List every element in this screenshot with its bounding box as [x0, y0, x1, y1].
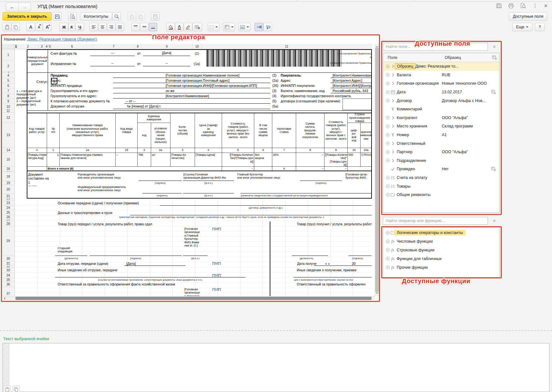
grid-cell[interactable]: (подпись) — [300, 182, 342, 185]
row-header[interactable]: 6 — [2, 83, 15, 89]
field-row[interactable]: КонтрагентООО "Альфа" — [383, 114, 499, 122]
save-close-button[interactable]: Записать и закрыть — [3, 12, 52, 21]
grid-cell[interactable]: (2) — [272, 73, 279, 78]
add-field-icon[interactable] — [385, 124, 390, 128]
grid-cell[interactable]: № [Номер] от [Дата] г. — [127, 104, 204, 108]
grid-cell[interactable]: [Головная организация.ИНН]/[Головная орг… — [165, 84, 270, 88]
chevron-icon[interactable] — [390, 150, 395, 154]
vertical-scrollbar[interactable] — [375, 44, 379, 296]
row-header[interactable]: 13 — [2, 123, 15, 148]
grid-cell[interactable]: Универсальный передаточный документ — [27, 50, 47, 72]
grid-cell[interactable]: Грузополучатель и его адрес: — [50, 94, 111, 98]
grid-cell[interactable]: [[Товары.Количес тво]*[Товары.Цен а]] — [222, 153, 254, 167]
preview-button[interactable] — [68, 12, 77, 21]
grid-cell[interactable]: (5) — [272, 99, 279, 103]
row-header[interactable]: 16 — [2, 166, 15, 171]
grid-cell[interactable]: Российский рубль, 643 — [332, 89, 372, 93]
grid-cell[interactable]: -- — [90, 61, 135, 66]
grid-cell[interactable]: о — [286, 56, 372, 59]
grid-cell[interactable] — [160, 201, 372, 206]
grid-cell[interactable]: 3 — [170, 148, 195, 153]
grid-cell[interactable]: (договор; доверенность и др.) — [160, 206, 372, 210]
grid-cell[interactable]: (подпись) — [90, 257, 182, 260]
headers-footers-button[interactable]: Колонтитулы — [80, 12, 112, 21]
grid-cell[interactable] — [343, 98, 372, 110]
grid-cell[interactable]: 4 — [195, 148, 222, 153]
valign-center-button[interactable] — [140, 23, 149, 31]
picture-dropdown[interactable] — [238, 23, 250, 31]
grid-cell[interactable]: (подпись) — [139, 182, 182, 185]
row-header[interactable]: 2 — [2, 61, 15, 72]
row-header[interactable]: 14 — [2, 148, 15, 153]
field-column-header[interactable]: Поле — [383, 55, 442, 60]
column-header[interactable]: 8 — [135, 44, 141, 49]
grid-cell[interactable]: Валюта: наименование, код — [280, 89, 331, 93]
column-header[interactable]: 9 — [141, 44, 193, 49]
grid-cell[interactable]: Счет-фактура № — [50, 51, 86, 56]
add-function-icon[interactable] — [385, 265, 390, 269]
grid-cell[interactable] — [142, 185, 182, 193]
font-smaller-button[interactable]: А — [35, 23, 43, 31]
row-header[interactable]: 26 — [2, 215, 15, 219]
function-row[interactable]: fxСтроковые функции — [383, 246, 499, 255]
paste-format-button[interactable] — [136, 12, 145, 21]
help-button[interactable]: ? — [535, 23, 545, 31]
horizontal-scrollbar[interactable] — [2, 296, 375, 300]
field-row[interactable]: Дата13.02.2017 — [383, 88, 499, 97]
back-button[interactable]: ← — [6, 3, 18, 11]
add-field-icon[interactable] — [385, 150, 390, 154]
copy-button[interactable] — [11, 23, 20, 31]
add-function-icon[interactable] — [385, 231, 390, 235]
field-row[interactable]: ВалютаRUB — [383, 71, 499, 79]
grid-cell[interactable]: без акциза — [254, 153, 272, 167]
horizontal-scroll-thumb[interactable] — [15, 297, 372, 300]
splitter[interactable] — [0, 330, 552, 331]
font-larger-button[interactable]: А — [43, 23, 52, 31]
grid-cell[interactable]: Страна происхождения товара — [347, 113, 372, 123]
grid-cell[interactable]: Адрес: — [280, 79, 314, 83]
font-color-button[interactable]: А — [175, 23, 184, 31]
column-header[interactable]: 5 — [48, 44, 52, 49]
copy-format-button[interactable] — [127, 12, 136, 21]
field-row[interactable]: Счета на оплату — [383, 173, 499, 182]
grid-cell[interactable]: (ф.и.о.) — [183, 194, 234, 197]
grid-cell[interactable]: Товар (груз) передал / услуги, результат… — [57, 222, 196, 227]
grid-cell[interactable]: (ссылки на неотъемлемые приложения, сопу… — [55, 278, 245, 282]
add-field-icon[interactable] — [385, 73, 390, 77]
field-row[interactable]: ТКомментарий — [383, 105, 499, 114]
chevron-icon[interactable] — [390, 81, 395, 85]
grid-cell[interactable]: В том числе сумма акциза — [254, 113, 272, 148]
assignment-link[interactable]: Демо: Реализация товаров (Документ) — [27, 37, 97, 42]
grid-cell[interactable]: 000 — [347, 153, 361, 167]
add-field-icon[interactable] — [385, 98, 390, 103]
row-header[interactable]: 29 — [2, 226, 15, 256]
column-header[interactable]: 4 — [45, 44, 48, 49]
grid-cell[interactable]: (1) — [191, 51, 202, 56]
grid-cell[interactable]: 20 — [352, 262, 361, 266]
grid-cell[interactable]: (2а) — [272, 79, 280, 83]
add-field-icon[interactable] — [385, 133, 390, 137]
row-header[interactable]: 20 — [2, 185, 15, 194]
grid-cell[interactable]: (реквизиты свидетельства о государственн… — [240, 194, 372, 197]
column-header[interactable]: 1 — [15, 44, 17, 49]
grid-cell[interactable]: 10 — [347, 148, 361, 153]
grid-cell[interactable]: Адрес: — [50, 79, 95, 83]
row-header[interactable]: 10 — [2, 104, 15, 109]
chevron-icon[interactable] — [390, 73, 395, 77]
grid-cell[interactable]: (подпись) — [344, 257, 372, 260]
add-field-icon[interactable] — [385, 176, 390, 180]
grid-cell[interactable]: Покупатель: — [280, 73, 314, 78]
grid-cell[interactable]: Идентификатор государственного контракта… — [280, 94, 372, 98]
grid-cell[interactable]: транспортная накладная, поручение экспед… — [119, 216, 372, 219]
row-header[interactable]: 21 — [2, 194, 15, 199]
grid-cell[interactable]: от — [135, 62, 142, 66]
folder-icon[interactable] — [390, 193, 395, 197]
grid-cell[interactable]: Стоимость товаров (работ, услуг), имущес… — [324, 113, 348, 148]
grid-cell[interactable]: Сумма налога, предъяв- ляемая покупателю — [296, 113, 324, 148]
add-field-icon[interactable] — [385, 184, 390, 188]
function-row[interactable]: fxЧисловые функции — [383, 237, 499, 246]
chevron-icon[interactable] — [390, 159, 395, 163]
grid-cell[interactable] — [300, 173, 342, 181]
grid-cell[interactable]: Документ об отгрузке — [50, 104, 111, 108]
type-icon[interactable]: Т — [390, 132, 395, 137]
